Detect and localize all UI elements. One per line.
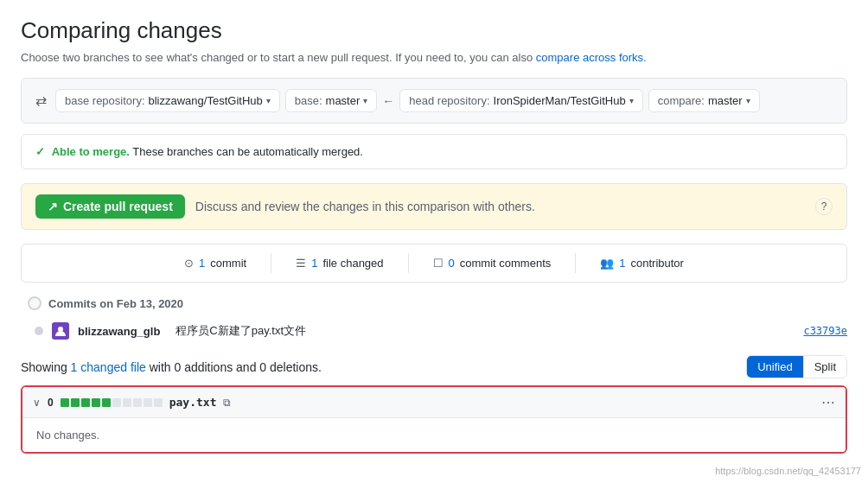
diff-bar (61, 398, 163, 407)
head-repo-button[interactable]: head repository: IronSpiderMan/TestGitHu… (399, 89, 642, 112)
collapse-button[interactable]: ∨ (33, 397, 41, 409)
comment-count[interactable]: 0 (449, 257, 455, 270)
commit-count[interactable]: 1 (199, 257, 205, 270)
copy-file-path-button[interactable]: ⧉ (223, 397, 231, 409)
commit-row-dot (35, 327, 43, 335)
timeline-dot (28, 296, 41, 310)
file-diff-container: ∨ 0 pay.txt ⧉ ⋯ (21, 385, 847, 454)
compare-label: compare: (658, 94, 705, 107)
diff-bar-segment-2 (71, 398, 80, 407)
unified-view-button[interactable]: Unified (747, 356, 803, 378)
base-branch-caret: ▾ (363, 96, 367, 105)
pr-banner-description: Discuss and review the changes in this c… (195, 200, 535, 213)
base-label: base: (295, 94, 322, 107)
commit-row: blizzawang_glb 程序员C新建了pay.txt文件 c33793e (28, 317, 847, 345)
diff-bar-segment-4 (92, 398, 100, 407)
able-to-merge-text: Able to merge. (52, 145, 130, 158)
diff-bar-segment-1 (61, 398, 69, 407)
page-subtitle: Choose two branches to see what's change… (21, 51, 847, 64)
commit-author[interactable]: blizzawang_glb (78, 325, 160, 338)
no-changes-text: No changes. (36, 429, 99, 442)
commit-date-label: Commits on Feb 13, 2020 (48, 297, 183, 310)
file-icon: ☰ (296, 257, 306, 270)
comment-icon: ☐ (433, 257, 444, 270)
contributor-count[interactable]: 1 (619, 257, 625, 270)
files-stat[interactable]: ☰ 1 file changed (271, 253, 408, 273)
showing-suffix: with 0 additions and 0 deletions. (150, 360, 322, 374)
comment-label: commit comments (460, 257, 551, 270)
page-title: Comparing changes (21, 17, 847, 44)
base-repo-prefix: base repository: (65, 94, 145, 107)
file-count[interactable]: 1 (311, 257, 317, 270)
showing-changes-row: Showing 1 changed file with 0 additions … (21, 355, 847, 378)
compare-branch-caret: ▾ (746, 96, 750, 105)
diff-bar-segment-9 (144, 398, 152, 407)
help-icon: ? (821, 200, 827, 213)
contributor-icon: 👥 (600, 257, 614, 270)
file-diff-body: No changes. (22, 418, 846, 452)
base-repo-value: blizzawang/TestGitHub (149, 94, 263, 107)
branch-selector-row: ⇄ base repository: blizzawang/TestGitHub… (21, 78, 847, 124)
commit-sha[interactable]: c33793e (803, 325, 847, 337)
page-container: Comparing changes Choose two branches to… (0, 0, 868, 478)
base-repo-button[interactable]: base repository: blizzawang/TestGitHub ▾ (55, 89, 280, 112)
compare-icon: ⇄ (35, 92, 47, 109)
showing-changes-text: Showing 1 changed file with 0 additions … (21, 360, 322, 374)
collapse-caret-icon: ∨ (33, 397, 41, 409)
diff-bar-segment-6 (112, 398, 121, 407)
base-repo-caret: ▾ (266, 96, 271, 105)
file-label: file changed (322, 257, 383, 270)
pr-banner-left: ↗ Create pull request Discuss and review… (35, 194, 535, 219)
file-name: pay.txt (169, 396, 217, 409)
diff-bar-segment-8 (133, 398, 142, 407)
commit-label: commit (210, 257, 246, 270)
diff-bar-segment-5 (102, 398, 111, 407)
split-view-button[interactable]: Split (804, 356, 846, 378)
file-diff-menu-button[interactable]: ⋯ (821, 394, 835, 410)
contributors-stat[interactable]: 👥 1 contributor (576, 253, 708, 273)
stats-row: ⊙ 1 commit ☰ 1 file changed ☐ 0 commit c… (21, 244, 847, 283)
commit-icon: ⊙ (184, 257, 194, 270)
file-diff-header-left: ∨ 0 pay.txt ⧉ (33, 396, 821, 409)
head-repo-value: IronSpiderMan/TestGitHub (494, 94, 626, 107)
showing-prefix: Showing (21, 360, 67, 374)
pr-banner: ↗ Create pull request Discuss and review… (21, 183, 847, 230)
base-branch-button[interactable]: base: master ▾ (285, 89, 378, 112)
commits-section: Commits on Feb 13, 2020 blizzawang_glb 程… (21, 296, 847, 345)
diff-bar-segment-10 (154, 398, 163, 407)
merge-status-bar: ✓ Able to merge. These branches can be a… (21, 134, 847, 169)
diff-bar-segment-7 (123, 398, 131, 407)
compare-branch-value: master (708, 94, 743, 107)
changed-file-link[interactable]: 1 changed file (71, 360, 146, 374)
merge-check-icon: ✓ (35, 145, 45, 158)
contributor-label: contributor (631, 257, 684, 270)
file-diff-header: ∨ 0 pay.txt ⧉ ⋯ (22, 387, 846, 418)
pr-button-label: Create pull request (63, 200, 173, 213)
commit-date-header: Commits on Feb 13, 2020 (28, 296, 847, 310)
head-repo-caret: ▾ (629, 96, 634, 105)
commit-avatar (52, 322, 69, 340)
pr-button-icon: ↗ (48, 200, 58, 213)
diff-bar-segment-3 (81, 398, 90, 407)
comments-stat[interactable]: ☐ 0 commit comments (409, 253, 577, 273)
diff-additions-count: 0 (48, 397, 54, 409)
commits-stat[interactable]: ⊙ 1 commit (160, 253, 271, 273)
pr-help-button[interactable]: ? (815, 198, 833, 215)
base-branch-value: master (326, 94, 361, 107)
compare-branch-button[interactable]: compare: master ▾ (648, 89, 760, 112)
compare-across-forks-link[interactable]: compare across forks (536, 51, 643, 64)
merge-status-message: These branches can be automatically merg… (132, 145, 363, 158)
direction-arrow-icon: ← (382, 94, 394, 108)
view-toggle: Unified Split (746, 355, 847, 378)
create-pull-request-button[interactable]: ↗ Create pull request (35, 194, 185, 219)
commit-message: 程序员C新建了pay.txt文件 (176, 323, 795, 339)
head-repo-prefix: head repository: (409, 94, 489, 107)
